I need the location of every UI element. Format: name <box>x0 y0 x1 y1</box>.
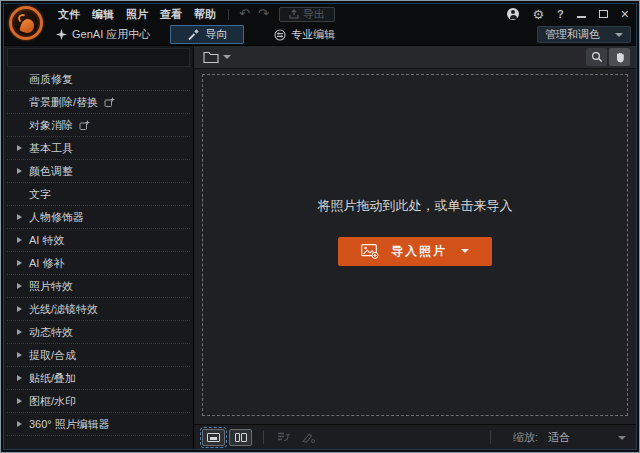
tools-sidebar: 画质修复背景删除/替换 对象消除 基本工具颜色调整文字人物修饰器AI 特效AI … <box>4 46 194 449</box>
sidebar-item[interactable]: AI 修补 <box>7 252 190 275</box>
pan-tool-button[interactable] <box>609 48 630 66</box>
account-icon[interactable] <box>507 8 519 20</box>
sidebar-item-label: 360° 照片编辑器 <box>29 413 110 435</box>
sidebar-item[interactable]: 光线/滤镜特效 <box>7 298 190 321</box>
export-label: 导出 <box>303 7 325 22</box>
genai-hub-button[interactable]: GenAI 应用中心 <box>50 27 156 42</box>
chevron-down-icon <box>223 55 231 59</box>
menu-item[interactable]: 帮助 <box>188 5 222 24</box>
export-button[interactable]: 导出 <box>279 7 335 22</box>
content-area: 画质修复背景删除/替换 对象消除 基本工具颜色调整文字人物修饰器AI 特效AI … <box>4 45 636 449</box>
sidebar-header <box>7 48 190 67</box>
expand-caret-icon <box>17 237 22 243</box>
tab-guided-label: 导向 <box>205 27 227 42</box>
manage-color-dropdown[interactable]: 管理和调色 <box>537 26 631 43</box>
app-logo-icon <box>9 6 43 40</box>
divider <box>263 431 264 444</box>
divider <box>490 431 491 444</box>
sidebar-item[interactable]: 照片特效 <box>7 275 190 298</box>
divider <box>228 9 229 20</box>
split-view-icon <box>235 433 247 442</box>
sidebar-item-label: 贴纸/叠加 <box>29 367 76 389</box>
menu-item[interactable]: 文件 <box>52 5 86 24</box>
sidebar-item-label: 颜色调整 <box>29 160 73 182</box>
sidebar-item[interactable]: AI 特效 <box>7 229 190 252</box>
zoom-tool-button[interactable] <box>586 48 607 66</box>
hand-icon <box>614 51 626 63</box>
minimize-button[interactable] <box>577 16 586 18</box>
sidebar-item-label: 光线/滤镜特效 <box>29 298 98 320</box>
expand-caret-icon <box>17 260 22 266</box>
magnifier-icon <box>591 51 603 63</box>
sidebar-item[interactable]: 文字 <box>7 183 190 206</box>
help-icon[interactable]: ? <box>557 8 564 20</box>
app-window: 文件编辑照片查看帮助 ↶ ↷ 导出 ⚙ ? × <box>0 0 640 453</box>
sidebar-item[interactable]: 图框/水印 <box>7 390 190 413</box>
expand-caret-icon <box>17 145 22 151</box>
expand-caret-icon <box>17 168 22 174</box>
window-controls: ⚙ ? × <box>507 4 629 24</box>
manage-color-label: 管理和调色 <box>545 27 600 42</box>
sidebar-item[interactable]: 基本工具 <box>7 137 190 160</box>
menu-item[interactable]: 照片 <box>120 5 154 24</box>
undo-icon[interactable]: ↶ <box>235 5 254 23</box>
open-folder-dropdown[interactable] <box>200 49 234 65</box>
close-button[interactable]: × <box>621 7 629 21</box>
sidebar-item[interactable]: 提取/合成 <box>7 344 190 367</box>
expand-caret-icon <box>17 283 22 289</box>
sidebar-item[interactable]: 动态特效 <box>7 321 190 344</box>
sidebar-item-label: 文字 <box>29 183 51 205</box>
tab-pro-edit[interactable]: 专业编辑 <box>274 27 335 42</box>
sidebar-item-label: 背景删除/替换 <box>29 91 98 113</box>
genai-hub-label: GenAI 应用中心 <box>72 27 150 42</box>
single-view-icon <box>207 433 220 442</box>
ai-edit-badge-icon <box>79 120 90 131</box>
sidebar-item[interactable]: 颜色调整 <box>7 160 190 183</box>
menu-item[interactable]: 查看 <box>154 5 188 24</box>
sparkle-icon <box>56 29 67 40</box>
copy-adjustments-icon[interactable] <box>277 431 290 443</box>
menu-bar: 文件编辑照片查看帮助 <box>52 5 222 24</box>
sidebar-item[interactable]: 贴纸/叠加 <box>7 367 190 390</box>
sidebar-item-list: 画质修复背景删除/替换 对象消除 基本工具颜色调整文字人物修饰器AI 特效AI … <box>7 68 190 449</box>
adjustment-dial-icon <box>274 29 286 41</box>
zoom-value: 适合 <box>548 430 570 445</box>
sidebar-item-label: 基本工具 <box>29 137 73 159</box>
import-photos-button[interactable]: 导入照片 <box>338 237 492 266</box>
import-dropzone[interactable]: 将照片拖动到此处，或单击来导入 导入照片 <box>202 74 628 416</box>
magic-wand-icon <box>187 29 199 41</box>
sidebar-item[interactable]: 360° 照片编辑器 <box>7 413 190 436</box>
tab-guided[interactable]: 导向 <box>170 25 244 44</box>
single-view-button[interactable] <box>202 429 225 446</box>
sidebar-item-label: 图框/水印 <box>29 390 76 412</box>
expand-caret-icon <box>17 352 22 358</box>
chevron-down-icon <box>461 249 469 253</box>
compare-view-button[interactable] <box>229 429 252 446</box>
status-bar: 缩放: 适合 <box>194 424 636 449</box>
sidebar-item-label: AI 修补 <box>29 252 64 274</box>
title-bar: 文件编辑照片查看帮助 ↶ ↷ 导出 ⚙ ? × <box>4 4 636 24</box>
menu-item[interactable]: 编辑 <box>86 5 120 24</box>
sidebar-item[interactable]: 背景删除/替换 <box>7 91 190 114</box>
redo-icon[interactable]: ↷ <box>254 5 273 23</box>
pen-tool-icon[interactable] <box>302 431 315 443</box>
dropzone-hint-text: 将照片拖动到此处，或单击来导入 <box>318 197 513 215</box>
settings-gear-icon[interactable]: ⚙ <box>532 8 544 21</box>
chevron-down-icon <box>618 436 626 440</box>
zoom-control[interactable]: 缩放: 适合 <box>513 425 626 450</box>
import-photos-label: 导入照片 <box>391 243 447 260</box>
tab-pro-edit-label: 专业编辑 <box>291 27 335 42</box>
maximize-button[interactable] <box>599 10 608 18</box>
chevron-down-icon <box>615 33 623 37</box>
sidebar-item[interactable]: 画质修复 <box>7 68 190 91</box>
main-toolbar <box>194 46 636 69</box>
mode-bar: GenAI 应用中心 导向 专业编辑 管理和调色 <box>4 24 636 45</box>
sidebar-item[interactable]: 对象消除 <box>7 114 190 137</box>
expand-caret-icon <box>17 398 22 404</box>
upload-icon <box>289 9 299 19</box>
sidebar-item-label: 照片特效 <box>29 275 73 297</box>
expand-caret-icon <box>17 306 22 312</box>
expand-caret-icon <box>17 421 22 427</box>
sidebar-item[interactable]: 人物修饰器 <box>7 206 190 229</box>
folder-icon <box>203 51 219 63</box>
